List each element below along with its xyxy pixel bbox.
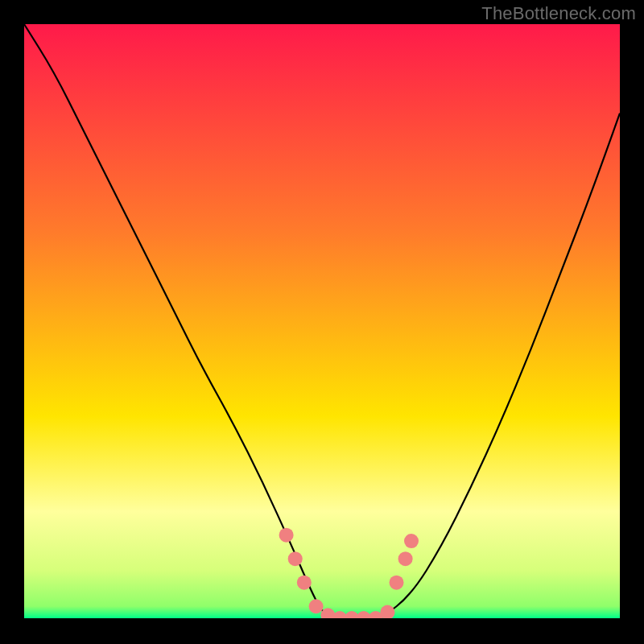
sweet-spot-marker <box>404 534 419 548</box>
sweet-spot-marker <box>309 599 324 613</box>
gradient-background <box>24 24 620 618</box>
sweet-spot-marker <box>297 576 312 590</box>
frame-left <box>0 0 24 644</box>
chart-svg <box>0 0 644 644</box>
frame-bottom <box>0 618 644 644</box>
chart-stage: TheBottleneck.com <box>0 0 644 644</box>
site-watermark: TheBottleneck.com <box>481 3 636 24</box>
sweet-spot-marker <box>279 528 294 543</box>
sweet-spot-marker <box>398 551 413 566</box>
frame-right <box>620 0 644 644</box>
sweet-spot-marker <box>288 551 303 566</box>
sweet-spot-marker <box>380 605 394 620</box>
sweet-spot-marker <box>390 576 404 590</box>
